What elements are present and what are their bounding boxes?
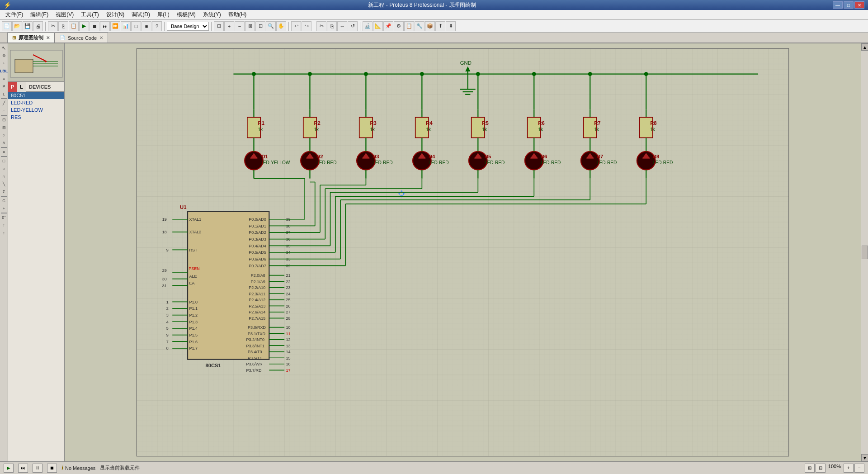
canvas-area[interactable]: GND [65, 43, 861, 461]
cap-tool[interactable]: ⊞ [0, 124, 8, 131]
pan-btn[interactable]: ✋ [276, 21, 286, 31]
tab-schematic[interactable]: ⊞ 原理图绘制 ✕ [7, 33, 55, 43]
status-btn1[interactable]: ⊞ [805, 464, 815, 473]
device-80c51[interactable]: 80C51 [8, 92, 64, 99]
undo-btn[interactable]: ↩ [291, 21, 301, 31]
comp-tab-p[interactable]: P [8, 82, 17, 92]
text-tool[interactable]: L [0, 90, 8, 98]
misc4[interactable]: ⚙ [394, 21, 404, 31]
step-btn[interactable]: ⏭ [100, 21, 110, 31]
close-source-tab[interactable]: ✕ [99, 35, 103, 40]
scroll-down-btn[interactable]: ▼ [861, 454, 868, 461]
draw-bus[interactable]: ⌐ [0, 107, 8, 114]
close-button[interactable]: ✕ [854, 1, 864, 9]
nav-tool[interactable]: ↕ [0, 229, 8, 237]
tab-source-code[interactable]: 📄 Source Code ✕ [55, 33, 108, 43]
wire-tool[interactable]: LBL [0, 67, 8, 75]
pause-btn[interactable]: ⏸ [33, 464, 42, 473]
tool2[interactable]: 📊 [121, 21, 131, 31]
print-btn[interactable]: 🖨 [33, 21, 43, 31]
menu-template[interactable]: 模板(M) [173, 10, 199, 19]
misc7[interactable]: 📦 [425, 21, 435, 31]
zoom-area-btn[interactable]: 🔍 [266, 21, 276, 31]
menu-edit[interactable]: 编辑(E) [27, 10, 52, 19]
device-led-yellow[interactable]: LED-YELLOW [8, 106, 64, 114]
path-tool[interactable]: ╲ [0, 180, 8, 188]
menu-tools[interactable]: 工具(T) [77, 10, 102, 19]
menu-view[interactable]: 视图(V) [52, 10, 77, 19]
minimize-button[interactable]: — [833, 1, 843, 9]
probe-tool[interactable]: A [0, 139, 8, 147]
net-tool[interactable]: P [0, 83, 8, 90]
device-res[interactable]: RES [8, 114, 64, 121]
junction-tool[interactable]: + [0, 60, 8, 67]
circle-tool[interactable]: ○ [0, 165, 8, 172]
design-dropdown[interactable]: Base Design [167, 22, 209, 31]
device-led-red[interactable]: LED-RED [8, 99, 64, 106]
run-btn[interactable]: ▶ [79, 21, 89, 31]
grid-btn[interactable]: ⊞ [214, 21, 224, 31]
zoom-tool[interactable]: 0° [0, 214, 8, 221]
box-tool[interactable]: □ [0, 157, 8, 165]
misc1[interactable]: 🔬 [363, 21, 373, 31]
scissors-btn[interactable]: ✂ [316, 21, 326, 31]
draw-wire[interactable]: ╱ [0, 100, 8, 107]
tool3[interactable]: □ [131, 21, 141, 31]
zoom-out-btn[interactable]: − [235, 21, 245, 31]
stop-btn[interactable]: ⏹ [90, 21, 99, 31]
zoom-in-btn[interactable]: + [224, 21, 234, 31]
origin-tool[interactable]: C [0, 197, 8, 204]
tool4[interactable]: ■ [142, 21, 151, 31]
stop-btn[interactable]: ⏹ [47, 464, 57, 473]
move-btn[interactable]: ↔ [337, 21, 347, 31]
maximize-button[interactable]: □ [844, 1, 854, 9]
close-schematic-tab[interactable]: ✕ [46, 35, 50, 40]
component-tool[interactable]: ⊕ [0, 52, 8, 59]
scroll-thumb[interactable] [862, 246, 868, 259]
open-btn[interactable]: 📂 [12, 21, 22, 31]
redo-btn[interactable]: ↪ [302, 21, 311, 31]
rotate-btn[interactable]: ↺ [348, 21, 358, 31]
play-btn[interactable]: ▶ [4, 464, 14, 473]
sym-tool[interactable]: Σ [0, 188, 8, 195]
menu-help[interactable]: 帮助(H) [225, 10, 250, 19]
zoom-all-btn[interactable]: ⊠ [245, 21, 255, 31]
menu-debug[interactable]: 调试(D) [128, 10, 154, 19]
svg-text:1k: 1k [650, 127, 656, 132]
resistor-tool[interactable]: ⊟ [0, 116, 8, 123]
misc5[interactable]: 📋 [404, 21, 414, 31]
zoom-fit-btn[interactable]: ⊡ [255, 21, 265, 31]
menu-design[interactable]: 设计(N) [103, 10, 128, 19]
menu-system[interactable]: 系统(Y) [199, 10, 225, 19]
step-btn[interactable]: ⏭ [18, 464, 28, 473]
misc3[interactable]: 📌 [383, 21, 393, 31]
save-btn[interactable]: 💾 [23, 21, 33, 31]
misc8[interactable]: ⬆ [435, 21, 445, 31]
status-btn4[interactable]: − [854, 464, 864, 473]
ind-tool[interactable]: ○ [0, 132, 8, 139]
status-btn2[interactable]: ⊟ [816, 464, 826, 473]
misc2[interactable]: 📐 [373, 21, 383, 31]
menu-library[interactable]: 库(L) [154, 10, 173, 19]
fit-tool[interactable]: ↑ [0, 222, 8, 229]
question-btn[interactable]: ? [152, 21, 162, 31]
select-tool[interactable]: ↖ [0, 44, 8, 52]
step2-btn[interactable]: ⏩ [110, 21, 120, 31]
svg-text:P1.0: P1.0 [189, 300, 198, 304]
new-btn[interactable]: 📄 [2, 21, 12, 31]
menu-file[interactable]: 文件(F) [2, 10, 27, 19]
misc6[interactable]: 🔧 [415, 21, 425, 31]
copy2-btn[interactable]: ⎘ [327, 21, 337, 31]
vertical-scrollbar[interactable]: ▲ ▼ [861, 43, 868, 461]
gen-tool[interactable]: ≡ [0, 148, 8, 156]
arc-tool[interactable]: ∩ [0, 173, 8, 180]
comp-tab-l[interactable]: L [17, 82, 26, 92]
cut-btn[interactable]: ✂ [48, 21, 58, 31]
rule-tool[interactable]: + [0, 205, 8, 212]
copy-btn[interactable]: ⎘ [58, 21, 68, 31]
status-btn3[interactable]: + [844, 464, 854, 473]
scroll-up-btn[interactable]: ▲ [861, 43, 868, 51]
bus-tool[interactable]: ≡ [0, 75, 8, 82]
paste-btn[interactable]: 📋 [69, 21, 79, 31]
misc9[interactable]: ⬇ [446, 21, 456, 31]
